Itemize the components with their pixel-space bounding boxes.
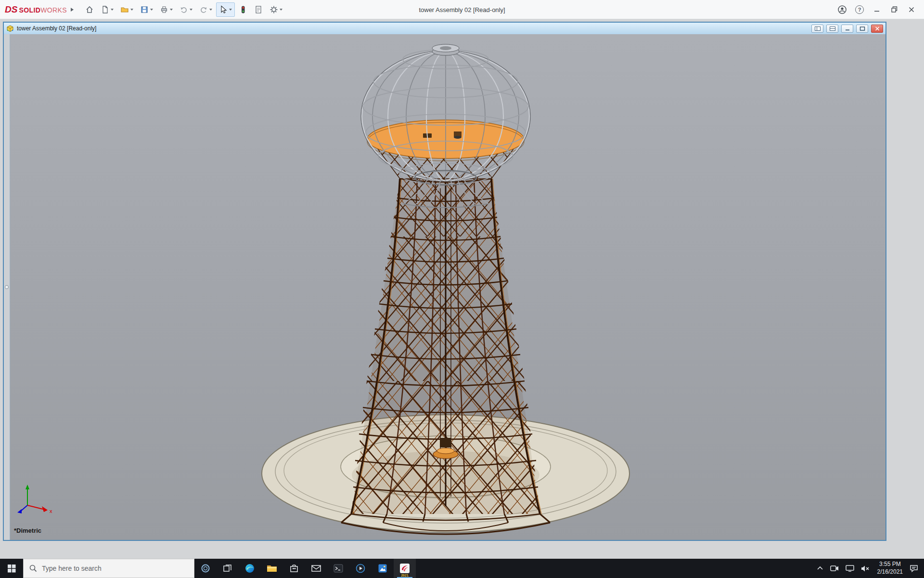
start-button[interactable]	[0, 559, 23, 578]
command-prompt-icon	[334, 564, 343, 573]
taskbar-item-cortana[interactable]	[194, 559, 217, 578]
close-icon	[909, 7, 914, 13]
file-properties-button[interactable]	[251, 2, 266, 17]
meet-now-button[interactable]	[830, 565, 839, 572]
help-icon: ?	[855, 5, 864, 14]
file-properties-icon	[254, 5, 263, 14]
rebuild-button[interactable]	[236, 2, 250, 17]
maximize-icon	[860, 26, 865, 31]
taskbar-item-file-explorer[interactable]	[261, 559, 283, 578]
file-explorer-icon	[267, 564, 277, 573]
featuremanager-collapsed-strip[interactable]	[4, 34, 10, 540]
select-button[interactable]	[216, 2, 235, 17]
microsoft-store-icon	[289, 564, 299, 573]
doc-maximize-button[interactable]	[856, 25, 868, 33]
taskbar-clock[interactable]: 3:55 PM 2/16/2021	[877, 561, 903, 576]
taskbar-item-task-view[interactable]	[217, 559, 239, 578]
new-document-icon	[101, 5, 109, 14]
undo-icon	[180, 5, 188, 14]
graphics-viewport[interactable]: x *Dimetric	[10, 34, 886, 540]
restore-button[interactable]	[886, 2, 902, 17]
dropdown-caret-icon[interactable]	[150, 9, 153, 11]
solidworks-logo: DSSOLIDWORKS	[5, 4, 67, 15]
close-button[interactable]	[904, 2, 919, 17]
search-input[interactable]	[42, 565, 188, 572]
minimize-button[interactable]	[869, 2, 885, 17]
assembly-cube-icon	[6, 25, 14, 32]
panel-expand-handle[interactable]	[5, 285, 9, 289]
solidworks-app-icon	[399, 563, 410, 574]
dropdown-caret-icon[interactable]	[280, 9, 282, 11]
taskbar-item-edge[interactable]	[239, 559, 261, 578]
dropdown-caret-icon[interactable]	[111, 9, 114, 11]
taskbar-item-photos[interactable]	[372, 559, 394, 578]
system-tray: 3:55 PM 2/16/2021	[811, 559, 924, 578]
open-folder-icon	[120, 5, 129, 14]
restore-icon	[891, 6, 898, 13]
dropdown-caret-icon[interactable]	[190, 9, 192, 11]
volume-button[interactable]	[861, 565, 871, 572]
edge-browser-icon	[244, 563, 255, 574]
view-orientation-label: *Dimetric	[14, 527, 41, 534]
home-icon	[85, 5, 94, 14]
document-window: tower Assembly 02 [Read-only]	[3, 22, 886, 541]
gear-icon	[270, 5, 278, 14]
account-button[interactable]	[834, 2, 850, 17]
taskbar-item-media-player[interactable]	[349, 559, 372, 578]
windows-logo-icon	[8, 565, 16, 573]
search-icon	[29, 565, 37, 572]
account-icon	[837, 5, 847, 14]
dropdown-caret-icon[interactable]	[229, 9, 232, 11]
quick-access-toolbar	[82, 2, 285, 17]
dropdown-caret-icon[interactable]	[130, 9, 133, 11]
select-cursor-icon	[219, 5, 228, 14]
3d-model-scene[interactable]: x	[10, 34, 886, 540]
pane-layout-icon	[815, 26, 821, 31]
meet-now-camera-icon	[830, 565, 839, 572]
help-button[interactable]: ?	[852, 2, 867, 17]
document-title: tower Assembly 02 [Read-only]	[17, 25, 96, 32]
menu-expand-arrow-icon[interactable]	[71, 8, 74, 12]
home-button[interactable]	[82, 2, 97, 17]
new-document-button[interactable]	[98, 2, 116, 17]
print-button[interactable]	[157, 2, 176, 17]
taskbar-item-solidworks[interactable]: 2021	[394, 559, 416, 578]
options-button[interactable]	[267, 2, 285, 17]
save-icon	[140, 5, 149, 14]
doc-close-button[interactable]	[871, 25, 883, 33]
action-center-button[interactable]	[910, 565, 918, 572]
mail-icon	[311, 565, 321, 572]
doc-window-pane-button-2[interactable]	[826, 25, 838, 33]
taskbar-item-mail[interactable]	[305, 559, 327, 578]
doc-minimize-button[interactable]	[841, 25, 853, 33]
tower-lattice	[341, 179, 550, 534]
doc-window-pane-button-1[interactable]	[811, 25, 823, 33]
network-icon	[846, 565, 854, 572]
taskbar-search-box[interactable]	[23, 559, 194, 578]
redo-button[interactable]	[196, 2, 215, 17]
pane-layout-icon	[830, 26, 835, 31]
hidden-icons-button[interactable]	[817, 566, 823, 571]
minimize-icon	[874, 7, 880, 13]
cortana-icon	[201, 564, 210, 573]
network-button[interactable]	[846, 565, 854, 572]
dropdown-caret-icon[interactable]	[170, 9, 173, 11]
photos-icon	[378, 564, 387, 573]
clock-date: 2/16/2021	[877, 568, 903, 576]
triad-x-label: x	[50, 508, 52, 514]
close-icon	[874, 26, 880, 31]
save-button[interactable]	[137, 2, 156, 17]
document-titlebar[interactable]: tower Assembly 02 [Read-only]	[4, 23, 886, 34]
dropdown-caret-icon[interactable]	[209, 9, 212, 11]
taskbar-item-store[interactable]	[283, 559, 305, 578]
app-window-controls: ?	[834, 2, 919, 17]
open-button[interactable]	[117, 2, 136, 17]
clock-time: 3:55 PM	[879, 561, 901, 568]
taskbar-item-command-prompt[interactable]	[327, 559, 349, 578]
rebuild-trafficlight-icon	[239, 5, 247, 14]
media-player-icon	[356, 564, 365, 573]
solidworks-version-badge: 2021	[400, 574, 409, 578]
chevron-up-icon	[817, 566, 823, 571]
volume-muted-icon	[861, 565, 871, 572]
undo-button[interactable]	[177, 2, 195, 17]
